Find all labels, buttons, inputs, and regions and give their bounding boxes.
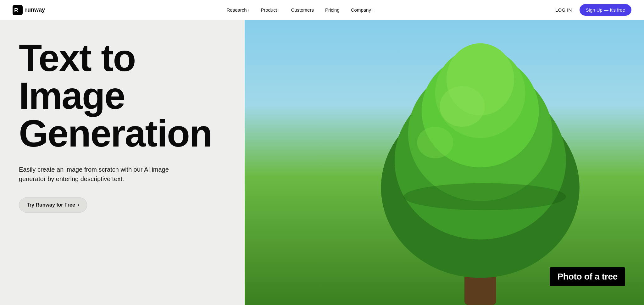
svg-point-9 [440,86,485,127]
svg-point-11 [404,183,566,210]
nav-links: Research ↓ Product ↓ Customers Pricing C… [226,7,374,13]
runway-logo-icon: R [13,5,23,15]
try-free-button[interactable]: Try Runway for Free › [19,197,87,213]
nav-customers[interactable]: Customers [291,7,314,13]
nav-actions: LOG IN Sign Up — It's free [555,4,631,16]
hero-section: Text to Image Generation Easily create a… [0,0,644,305]
hero-content: Text to Image Generation Easily create a… [0,20,258,213]
arrow-icon: › [78,202,79,208]
hero-image-area: Photo of a tree [245,20,644,305]
nav-company[interactable]: Company ↓ [351,7,374,13]
nav-pricing[interactable]: Pricing [325,7,340,13]
image-caption: Photo of a tree [550,267,625,286]
hero-title: Text to Image Generation [19,39,239,152]
navbar: R runway Research ↓ Product ↓ Customers … [0,0,644,20]
chevron-down-icon: ↓ [278,8,280,12]
nav-research[interactable]: Research ↓ [226,7,249,13]
hero-subtitle: Easily create an image from scratch with… [19,165,170,184]
login-button[interactable]: LOG IN [555,7,572,13]
svg-point-10 [417,127,453,158]
chevron-down-icon: ↓ [372,8,374,12]
chevron-down-icon: ↓ [248,8,250,12]
nav-product[interactable]: Product ↓ [261,7,280,13]
tree-image: Photo of a tree [245,20,644,305]
tree-illustration [301,34,644,305]
logo-link[interactable]: R runway [13,5,45,15]
logo-text: runway [25,7,45,13]
signup-button[interactable]: Sign Up — It's free [580,4,631,16]
svg-text:R: R [14,7,18,14]
